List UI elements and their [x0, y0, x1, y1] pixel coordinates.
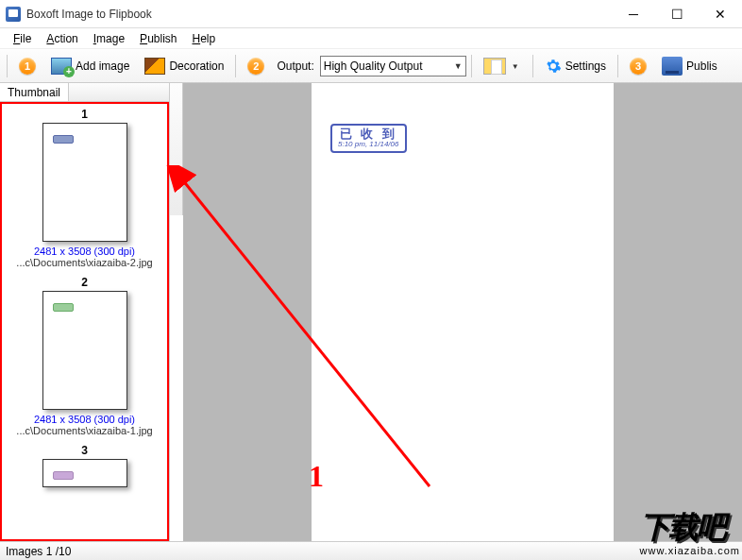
menu-publish[interactable]: Publish	[132, 30, 184, 47]
page-preview-button[interactable]: ▼	[477, 54, 528, 78]
thumbnail-list[interactable]: 1 2481 x 3508 (300 dpi) ...c\Documents\x…	[0, 102, 169, 541]
menu-image[interactable]: Image	[86, 30, 132, 47]
step3-badge-icon: 3	[630, 58, 647, 75]
window-controls: ─ ☐ ✕	[612, 0, 742, 27]
thumbnail-header: Thumbnail	[0, 83, 169, 102]
add-image-label: Add image	[76, 59, 129, 73]
thumb-number: 3	[2, 444, 167, 457]
publish-button[interactable]: Publis	[655, 53, 724, 79]
thumb-path: ...c\Documents\xiazaiba-1.jpg	[2, 425, 167, 436]
chevron-down-icon: ▼	[510, 62, 521, 71]
publish-label: Publis	[686, 59, 717, 73]
list-item[interactable]: 2 2481 x 3508 (300 dpi) ...c\Documents\x…	[2, 272, 167, 440]
list-item[interactable]: 1 2481 x 3508 (300 dpi) ...c\Documents\x…	[2, 104, 167, 272]
status-text: Images 1 /10	[6, 545, 71, 558]
thumb-preview	[42, 459, 127, 487]
menu-file[interactable]: File	[6, 30, 39, 47]
stamp-sub-text: 5:10 pm, 11/14/06	[338, 141, 399, 149]
gear-icon	[545, 58, 562, 75]
dropdown-arrow-icon: ▼	[454, 61, 463, 71]
preview-area: 已 收 到 5:10 pm, 11/14/06	[183, 83, 742, 541]
menu-help[interactable]: Help	[184, 30, 223, 47]
list-item[interactable]: 3	[2, 440, 167, 495]
page-preview[interactable]: 已 收 到 5:10 pm, 11/14/06	[312, 83, 614, 541]
output-label: Output:	[273, 59, 317, 73]
add-image-button[interactable]: Add image	[44, 54, 136, 78]
decoration-icon	[144, 58, 165, 75]
thumb-dimensions: 2481 x 3508 (300 dpi)	[2, 246, 167, 257]
output-select[interactable]: High Quality Output ▼	[320, 56, 466, 76]
step2-badge-icon: 2	[247, 58, 264, 75]
minimize-button[interactable]: ─	[612, 0, 655, 27]
thumbnail-panel: Thumbnail 1 2481 x 3508 (300 dpi) ...c\D…	[0, 83, 170, 541]
add-image-icon	[51, 58, 72, 75]
thumbnail-tab[interactable]: Thumbnail	[0, 83, 69, 101]
menu-action[interactable]: Action	[39, 30, 85, 47]
menubar: File Action Image Publish Help	[0, 28, 742, 49]
settings-label: Settings	[565, 59, 606, 73]
step1-indicator: 1	[12, 54, 42, 78]
window-title: Boxoft Image to Flipbook	[26, 8, 612, 21]
app-icon	[6, 7, 21, 22]
thumb-number: 2	[2, 276, 167, 289]
thumb-dimensions: 2481 x 3508 (300 dpi)	[2, 414, 167, 425]
decoration-label: Decoration	[169, 59, 224, 73]
output-value: High Quality Output	[324, 59, 423, 73]
step3-indicator: 3	[623, 54, 653, 78]
decoration-button[interactable]: Decoration	[138, 54, 230, 78]
statusbar: Images 1 /10	[0, 541, 742, 560]
thumb-number: 1	[2, 108, 167, 121]
settings-button[interactable]: Settings	[538, 54, 613, 78]
titlebar: Boxoft Image to Flipbook ─ ☐ ✕	[0, 0, 742, 28]
thumb-preview	[42, 123, 127, 242]
close-button[interactable]: ✕	[699, 0, 742, 27]
toolbar: 1 Add image Decoration 2 Output: High Qu…	[0, 49, 742, 83]
thumb-preview	[42, 291, 127, 410]
stamp-icon	[53, 471, 74, 480]
book-icon	[662, 57, 683, 76]
step2-indicator: 2	[241, 54, 271, 78]
page-margin	[194, 83, 312, 541]
stamp-main-text: 已 收 到	[338, 127, 399, 141]
panel-resize-handle[interactable]	[170, 83, 183, 215]
step1-badge-icon: 1	[19, 58, 36, 75]
document-stamp: 已 收 到 5:10 pm, 11/14/06	[330, 124, 407, 153]
maximize-button[interactable]: ☐	[655, 0, 699, 27]
stamp-icon	[53, 303, 74, 312]
thumb-path: ...c\Documents\xiazaiba-2.jpg	[2, 257, 167, 268]
content-area: Thumbnail 1 2481 x 3508 (300 dpi) ...c\D…	[0, 83, 742, 541]
page-margin	[614, 83, 732, 541]
stamp-icon	[53, 135, 74, 144]
page-preview-icon	[483, 58, 506, 75]
